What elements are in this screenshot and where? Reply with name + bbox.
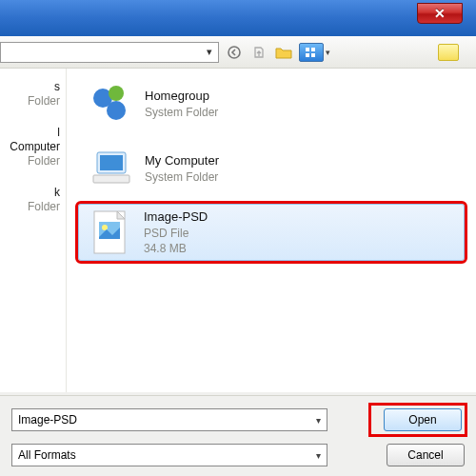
filename-combo[interactable]: Image-PSD ▾ <box>11 408 327 431</box>
bottom-panel: Image-PSD ▾ Open All Formats ▾ Cancel <box>0 395 476 476</box>
left-item-name: s <box>6 80 60 94</box>
filename-value: Image-PSD <box>18 413 77 426</box>
cancel-label: Cancel <box>407 448 443 462</box>
views-button[interactable] <box>299 43 324 62</box>
open-label: Open <box>408 413 436 426</box>
views-dropdown-icon[interactable]: ▾ <box>326 48 337 57</box>
left-item-sub: Folder <box>6 200 60 214</box>
svg-point-6 <box>109 86 124 101</box>
file-type: PSD File <box>144 226 208 241</box>
cancel-button-wrap: Cancel <box>371 444 465 466</box>
left-item-name: l Computer <box>6 126 60 154</box>
open-button[interactable]: Open <box>384 408 462 431</box>
content-area: s Folder l Computer Folder k Folder Home… <box>0 69 476 392</box>
chevron-down-icon: ▾ <box>316 415 321 426</box>
file-name: Homegroup <box>145 88 218 105</box>
toolbar: ▾ ▾ <box>0 36 476 69</box>
left-item[interactable]: l Computer Folder <box>0 122 66 182</box>
left-item[interactable]: k Folder <box>0 182 66 228</box>
computer-icon <box>86 145 137 192</box>
file-item-mycomputer[interactable]: My Computer System Folder <box>78 139 465 198</box>
chevron-down-icon[interactable]: ▾ <box>201 46 218 58</box>
title-bar: ✕ <box>0 0 476 36</box>
address-bar[interactable]: ▾ <box>0 42 219 63</box>
file-type: System Folder <box>145 105 218 120</box>
close-button[interactable]: ✕ <box>417 3 463 24</box>
svg-rect-10 <box>93 175 129 183</box>
left-item-sub: Folder <box>6 154 60 169</box>
left-column: s Folder l Computer Folder k Folder <box>0 69 67 392</box>
new-folder-button[interactable] <box>438 44 459 61</box>
svg-rect-1 <box>306 48 309 51</box>
svg-point-0 <box>228 47 240 58</box>
file-list: Homegroup System Folder My Computer Syst… <box>67 69 476 392</box>
left-item-sub: Folder <box>6 94 60 109</box>
format-value: All Formats <box>18 448 76 462</box>
left-item[interactable]: s Folder <box>0 76 66 122</box>
svg-rect-3 <box>306 53 309 57</box>
file-item-image-psd[interactable]: Image-PSD PSD File 34.8 MB <box>78 204 465 261</box>
format-combo[interactable]: All Formats ▾ <box>11 444 327 466</box>
file-type: System Folder <box>145 169 219 185</box>
chevron-down-icon: ▾ <box>316 450 321 461</box>
svg-point-7 <box>107 101 126 120</box>
back-icon[interactable] <box>225 43 244 62</box>
up-icon[interactable] <box>249 43 268 62</box>
close-icon: ✕ <box>434 6 446 21</box>
file-name: My Computer <box>145 152 219 169</box>
file-item-homegroup[interactable]: Homegroup System Folder <box>78 74 465 133</box>
psd-file-icon <box>85 208 136 256</box>
svg-rect-2 <box>311 48 315 51</box>
open-button-highlight: Open <box>371 406 465 434</box>
cancel-button[interactable]: Cancel <box>387 444 465 466</box>
folder-icon[interactable] <box>274 43 293 62</box>
left-item-name: k <box>6 186 60 200</box>
svg-rect-9 <box>100 155 123 170</box>
svg-rect-4 <box>311 53 315 57</box>
homegroup-icon <box>86 80 137 128</box>
file-name: Image-PSD <box>144 208 208 226</box>
file-size: 34.8 MB <box>144 241 208 256</box>
